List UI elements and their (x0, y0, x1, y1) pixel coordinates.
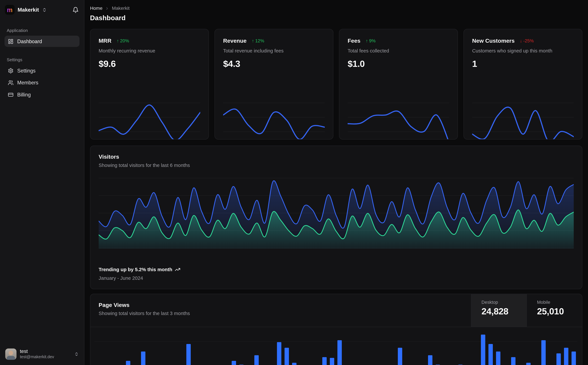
stat-title: Revenue (223, 38, 247, 44)
chevrons-up-down-icon (74, 352, 79, 356)
sidebar-item-label: Billing (17, 92, 31, 97)
trend-up-icon (117, 38, 119, 43)
page-views-title: Page Views (99, 302, 463, 308)
sparkline-chart (99, 101, 200, 140)
sidebar-section-application: Application Dashboard (0, 28, 84, 48)
stat-card-mrr: MRR 20% Monthly recurring revenue $9.6 J… (90, 29, 209, 140)
dashboard-icon (8, 38, 14, 44)
sparkline-chart (348, 101, 449, 140)
section-label: Application (5, 28, 79, 33)
page-views-bar-chart (94, 331, 577, 365)
stat-description: Total revenue including fees (223, 48, 325, 54)
bell-icon[interactable] (72, 6, 80, 14)
app-window: m Makerkit Application Dashboard Setting… (0, 0, 588, 365)
trend-down-icon (520, 38, 522, 43)
tab-label: Desktop (482, 300, 526, 305)
visitors-title: Visitors (99, 153, 574, 160)
tab-label: Mobile (537, 300, 582, 305)
tab-mobile[interactable]: Mobile 25,010 (526, 294, 582, 327)
chevron-right-icon (105, 6, 109, 10)
trend-value: 12% (255, 38, 264, 43)
user-email: test@makerkit.dev (20, 355, 54, 360)
main-content: Home Makerkit Dashboard MRR 20% Monthly … (84, 0, 588, 365)
workspace-switcher[interactable]: m Makerkit (0, 0, 84, 18)
sidebar: m Makerkit Application Dashboard Setting… (0, 0, 84, 365)
tab-value: 25,010 (537, 306, 582, 316)
visitors-range-text: January - June 2024 (99, 275, 180, 281)
tab-desktop[interactable]: Desktop 24,828 (471, 294, 527, 327)
sidebar-item-members[interactable]: Members (5, 77, 79, 88)
trending-up-icon (175, 267, 181, 272)
stat-value: 1 (472, 59, 574, 69)
trend-up-icon (366, 38, 368, 43)
sidebar-item-label: Settings (17, 68, 35, 73)
sidebar-item-billing[interactable]: Billing (5, 89, 79, 100)
visitors-trend-text: Trending up by 5.2% this month (99, 267, 172, 272)
stat-description: Monthly recurring revenue (99, 48, 200, 54)
trend-up-icon (252, 38, 254, 43)
workspace-name: Makerkit (18, 7, 39, 13)
stat-description: Customers who signed up this month (472, 48, 574, 54)
stat-card-new-customers: New Customers -25% Customers who signed … (463, 29, 582, 140)
breadcrumb: Home Makerkit (90, 6, 582, 11)
sidebar-item-dashboard[interactable]: Dashboard (5, 35, 79, 47)
avatar (5, 348, 17, 360)
user-name: test (20, 348, 54, 355)
stat-value: $4.3 (223, 59, 325, 69)
trend-value: -25% (523, 38, 534, 43)
section-label: Settings (5, 57, 79, 62)
members-icon (8, 80, 14, 85)
sidebar-item-settings[interactable]: Settings (5, 65, 79, 76)
visitors-card: Visitors Showing total visitors for the … (90, 146, 582, 289)
breadcrumb-current: Makerkit (112, 6, 130, 11)
user-menu[interactable]: test test@makerkit.dev (0, 344, 84, 365)
sidebar-item-label: Members (17, 80, 38, 85)
visitors-subtitle: Showing total visitors for the last 6 mo… (99, 162, 574, 168)
page-views-card: Page Views Showing total visitors for th… (90, 294, 582, 365)
billing-icon (8, 92, 14, 97)
stat-title: MRR (99, 38, 111, 44)
stat-cards-row: MRR 20% Monthly recurring revenue $9.6 J… (90, 29, 582, 140)
chevrons-up-down-icon (42, 7, 47, 12)
stat-title: Fees (348, 38, 360, 44)
sparkline-chart (223, 101, 325, 140)
breadcrumb-home[interactable]: Home (90, 6, 103, 11)
settings-icon (8, 68, 14, 73)
tab-value: 24,828 (482, 306, 526, 316)
stat-card-revenue: Revenue 12% Total revenue including fees… (214, 29, 333, 140)
page-views-subtitle: Showing total visitors for the last 3 mo… (99, 311, 463, 316)
stat-value: $9.6 (99, 59, 200, 69)
stat-card-fees: Fees 9% Total fees collected $1.0 July 2… (339, 29, 458, 140)
page-title: Dashboard (90, 14, 582, 22)
sparkline-chart (472, 101, 574, 140)
stat-title: New Customers (472, 38, 515, 44)
visitors-area-chart (99, 176, 574, 249)
sidebar-item-label: Dashboard (17, 38, 42, 44)
stat-description: Total fees collected (348, 48, 449, 54)
trend-value: 9% (369, 38, 375, 43)
sidebar-section-settings: Settings Settings Members Billing (0, 57, 84, 101)
trend-value: 20% (120, 38, 129, 43)
stat-value: $1.0 (348, 59, 449, 69)
makerkit-logo: m (5, 5, 14, 14)
